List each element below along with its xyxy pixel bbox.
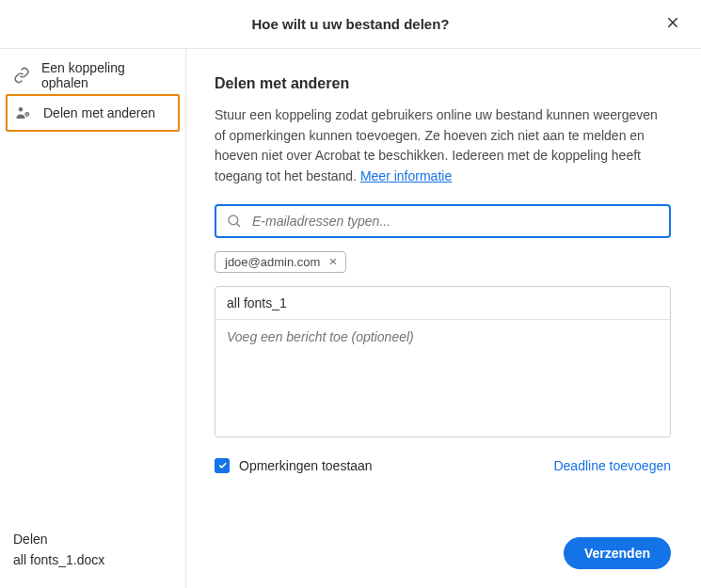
email-chip: jdoe@admin.com — [215, 251, 346, 273]
chip-remove-button[interactable] — [327, 255, 340, 268]
search-icon — [226, 213, 243, 230]
message-box: all fonts_1 — [215, 286, 671, 437]
sidebar-item-get-link[interactable]: Een koppeling ophalen — [0, 56, 185, 94]
main-title: Delen met anderen — [215, 75, 671, 92]
chip-email: jdoe@admin.com — [225, 255, 320, 269]
main-description: Stuur een koppeling zodat gebruikers onl… — [215, 105, 671, 187]
link-icon — [13, 67, 30, 84]
svg-point-0 — [19, 107, 24, 112]
email-input-container[interactable] — [215, 204, 671, 238]
main-panel: Delen met anderen Stuur een koppeling zo… — [186, 49, 701, 588]
sidebar: Een koppeling ophalen Delen met anderen … — [0, 49, 186, 588]
sidebar-item-label: Delen met anderen — [43, 105, 155, 120]
add-deadline-link[interactable]: Deadline toevoegen — [553, 458, 671, 473]
check-icon — [217, 457, 228, 474]
sidebar-footer-label: Delen — [13, 532, 172, 547]
more-info-link[interactable]: Meer informatie — [360, 168, 452, 183]
send-button[interactable]: Verzenden — [564, 537, 671, 569]
message-input[interactable] — [215, 320, 670, 433]
svg-point-2 — [229, 215, 238, 225]
sidebar-footer: Delen all fonts_1.docx — [13, 532, 172, 567]
sidebar-item-share-others[interactable]: Delen met anderen — [6, 94, 180, 132]
footer: Verzenden — [215, 537, 671, 569]
allow-comments-label: Opmerkingen toestaan — [239, 458, 373, 473]
allow-comments-checkbox[interactable] — [215, 458, 230, 473]
people-plus-icon — [15, 104, 32, 121]
close-icon — [328, 255, 338, 269]
close-icon — [665, 15, 680, 33]
attached-filename: all fonts_1 — [215, 287, 670, 320]
sidebar-footer-filename: all fonts_1.docx — [13, 552, 172, 567]
close-button[interactable] — [661, 12, 684, 35]
allow-comments-control[interactable]: Opmerkingen toestaan — [215, 458, 373, 473]
options-row: Opmerkingen toestaan Deadline toevoegen — [215, 458, 671, 473]
dialog-title: Hoe wilt u uw bestand delen? — [251, 16, 449, 32]
email-input[interactable] — [252, 214, 660, 229]
dialog-header: Hoe wilt u uw bestand delen? — [0, 0, 701, 49]
sidebar-item-label: Een koppeling ophalen — [41, 60, 172, 90]
